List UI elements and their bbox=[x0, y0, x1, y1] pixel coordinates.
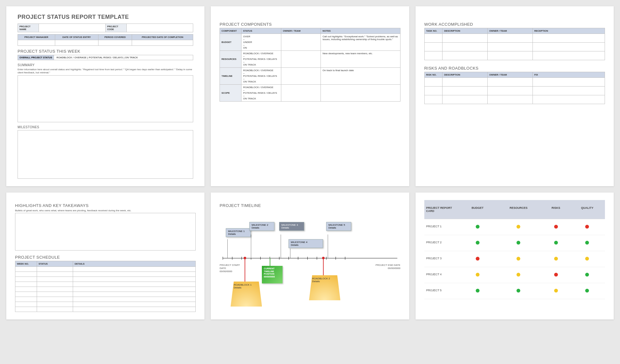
input-date-status-entry[interactable] bbox=[55, 40, 98, 46]
page-work-risks: WORK ACCOMPLISHED TASK NO. DESCRIPTION O… bbox=[416, 6, 614, 186]
overall-status-options[interactable]: ROADBLOCK / OVERAGE | POTENTIAL RISKS / … bbox=[54, 55, 193, 60]
page-project-components: PROJECT COMPONENTS COMPONENT STATUS OWNE… bbox=[211, 6, 409, 186]
summary-area[interactable] bbox=[18, 75, 193, 122]
row-label-resources: RESOURCES bbox=[220, 51, 241, 68]
input-period-covered[interactable] bbox=[98, 40, 132, 46]
status-dot bbox=[476, 289, 480, 293]
table-row bbox=[424, 34, 605, 43]
hdr-details: DETAILS bbox=[73, 261, 196, 267]
input-project-manager[interactable] bbox=[18, 40, 55, 46]
table-row: TIMELINE ROADBLOCK / OVERAGE – POTENTIAL… bbox=[220, 68, 400, 85]
cell-notes[interactable]: On track to final launch date bbox=[321, 68, 400, 85]
hdr-owner: OWNER / TEAM bbox=[488, 72, 533, 78]
hdr-owner: OWNER / TEAM bbox=[488, 28, 533, 34]
schedule-table: WEEK NO. STATUS DETAILS bbox=[15, 261, 196, 312]
input-project-code[interactable] bbox=[126, 24, 193, 32]
table-row bbox=[424, 43, 605, 51]
hdr-fix: FIX bbox=[533, 72, 605, 78]
summary-hint: Enter information here about overall sta… bbox=[18, 68, 193, 75]
table-row: PROJECT 2 bbox=[424, 235, 605, 251]
input-project-name[interactable] bbox=[39, 24, 106, 32]
hdr-period-covered: PERIOD COVERED bbox=[98, 34, 132, 40]
section-title-summary: SUMMARY bbox=[18, 63, 193, 67]
cell-notes[interactable]: New developments, new team members, etc. bbox=[321, 51, 400, 68]
hdr-resources: RESOURCES bbox=[495, 200, 543, 219]
cell-owner[interactable] bbox=[281, 68, 321, 85]
hdr-description: DESCRIPTION bbox=[442, 28, 488, 34]
timeline-start: PROJECT START DATE00/00/0000 bbox=[220, 264, 245, 273]
status-dot bbox=[476, 225, 480, 229]
milestones-area[interactable] bbox=[18, 130, 193, 179]
page-report-card: PROJECT REPORT CARD BUDGET RESOURCES RIS… bbox=[416, 193, 614, 319]
status-dot bbox=[517, 241, 520, 245]
hdr-status: STATUS bbox=[241, 28, 281, 34]
hdr-task-no: TASK NO. bbox=[424, 28, 442, 34]
cell-notes[interactable] bbox=[321, 85, 400, 102]
section-title-milestones: MILESTONES bbox=[18, 125, 193, 129]
timeline-end: PROJECT END DATE00/00/0000 bbox=[375, 264, 400, 270]
section-title-timeline: PROJECT TIMELINE bbox=[220, 203, 400, 208]
cell-owner[interactable] bbox=[281, 85, 321, 102]
milestone-card-2[interactable]: MILESTONE 2Details bbox=[249, 222, 274, 231]
work-table: TASK NO. DESCRIPTION OWNER / TEAM RECEPT… bbox=[424, 28, 605, 60]
status-dot bbox=[585, 273, 589, 277]
hdr-date-status-entry: DATE OF STATUS ENTRY bbox=[55, 34, 98, 40]
components-table: COMPONENT STATUS OWNER / TEAM NOTES BUDG… bbox=[220, 28, 400, 102]
milestone-card-4[interactable]: MILESTONE 4Details bbox=[289, 239, 323, 248]
hdr-reception: RECEPTION bbox=[533, 28, 605, 34]
current-position-card[interactable]: CURRENTTIMELINEPOSITION00/00/0000 bbox=[262, 266, 283, 283]
status-dot bbox=[554, 241, 558, 245]
section-title-highlights: HIGHLIGHTS AND KEY TAKEAWAYS bbox=[15, 203, 196, 208]
milestone-card-5[interactable]: MILESTONE 5Details bbox=[326, 222, 351, 231]
section-title-schedule: PROJECT SCHEDULE bbox=[15, 255, 196, 260]
table-row: BUDGET OVER – UNDER – ON Call out highli… bbox=[220, 34, 400, 51]
table-row bbox=[15, 287, 196, 292]
table-row: PROJECT 3 bbox=[424, 251, 605, 267]
label-project-name: PROJECT NAME bbox=[18, 24, 39, 32]
row-label-timeline: TIMELINE bbox=[220, 68, 241, 85]
table-row: PROJECT 1 bbox=[424, 219, 605, 235]
hdr-budget: BUDGET bbox=[460, 200, 495, 219]
table-row: PROJECT 5 bbox=[424, 283, 605, 299]
table-row: SCOPE ROADBLOCK / OVERAGE – POTENTIAL RI… bbox=[220, 85, 400, 102]
table-row bbox=[15, 302, 196, 307]
cell-status[interactable]: ROADBLOCK / OVERAGE – POTENTIAL RISKS / … bbox=[241, 85, 281, 102]
cell-status[interactable]: ROADBLOCK / OVERAGE – POTENTIAL RISKS / … bbox=[241, 68, 281, 85]
roadblock-card-2[interactable]: ROADBLOCK 2Details bbox=[309, 275, 340, 300]
cell-owner[interactable] bbox=[281, 34, 321, 51]
status-dot bbox=[517, 257, 520, 261]
milestone-card-3[interactable]: MILESTONE 3Details bbox=[279, 222, 304, 231]
section-title-risks: RISKS AND ROADBLOCKS bbox=[424, 66, 605, 71]
hdr-projected-completion: PROJECTED DATE OF COMPLETION bbox=[132, 34, 193, 40]
table-row bbox=[15, 292, 196, 297]
roadblock-card-1[interactable]: ROADBLOCK 1Details bbox=[231, 282, 262, 307]
label-project-code: PROJECT CODE bbox=[105, 24, 126, 32]
cell-notes[interactable]: Call out highlights: "Exceptional work."… bbox=[321, 34, 400, 51]
table-row bbox=[424, 87, 605, 95]
table-row bbox=[424, 78, 605, 87]
project-meta-dates: PROJECT MANAGER DATE OF STATUS ENTRY PER… bbox=[18, 34, 193, 46]
cell-status[interactable]: ROADBLOCK / OVERAGE – POTENTIAL RISKS / … bbox=[241, 51, 281, 68]
cell-owner[interactable] bbox=[281, 51, 321, 68]
cell-status[interactable]: OVER – UNDER – ON bbox=[241, 34, 281, 51]
table-row bbox=[424, 95, 605, 104]
status-dot bbox=[517, 225, 520, 229]
status-dot bbox=[554, 257, 558, 261]
hdr-week-no: WEEK NO. bbox=[15, 261, 37, 267]
timeline-axis bbox=[223, 258, 397, 258]
table-row bbox=[15, 282, 196, 287]
status-dot bbox=[554, 225, 558, 229]
status-dot bbox=[476, 257, 480, 261]
hdr-component: COMPONENT bbox=[220, 28, 241, 34]
milestone-card-1[interactable]: MILESTONE 1Details bbox=[226, 228, 251, 237]
status-dot bbox=[554, 273, 558, 277]
input-projected-completion[interactable] bbox=[132, 40, 193, 46]
status-dot bbox=[554, 289, 558, 293]
hdr-project-manager: PROJECT MANAGER bbox=[18, 34, 55, 40]
highlights-area[interactable] bbox=[15, 213, 196, 251]
project-meta-top: PROJECT NAME PROJECT CODE bbox=[18, 24, 193, 32]
section-title-status-week: PROJECT STATUS THIS WEEK bbox=[18, 49, 193, 54]
timeline: PROJECT START DATE00/00/0000 PROJECT END… bbox=[220, 217, 400, 311]
hdr-notes: NOTES bbox=[321, 28, 400, 34]
table-row bbox=[15, 277, 196, 282]
